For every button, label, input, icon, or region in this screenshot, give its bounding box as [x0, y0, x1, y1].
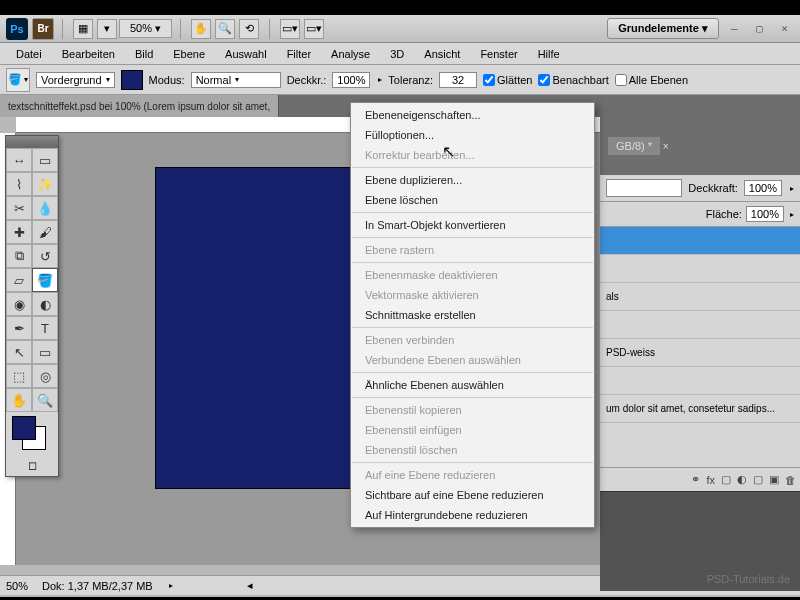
eyedropper-tool[interactable]: 💧 — [32, 196, 58, 220]
doc-tab-1[interactable]: textschnitteffekt.psd bei 100% (Lorem ip… — [0, 95, 279, 117]
link-layers-icon[interactable]: ⚭ — [691, 473, 700, 486]
menu-bild[interactable]: Bild — [125, 45, 163, 63]
menu-auswahl[interactable]: Auswahl — [215, 45, 277, 63]
mode-label: Modus: — [149, 74, 185, 86]
shape-tool[interactable]: ▭ — [32, 340, 58, 364]
brush-tool[interactable]: 🖌 — [32, 220, 58, 244]
fill-swatch[interactable] — [121, 70, 143, 90]
titlebar: Ps Br ▦ ▾ 50% ▾ ✋ 🔍 ⟲ ▭▾ ▭▾ Grundelement… — [0, 15, 800, 43]
navigator-panel-head[interactable]: GB/8) * × — [600, 117, 800, 175]
wand-tool[interactable]: ✨ — [32, 172, 58, 196]
menu-ansicht[interactable]: Ansicht — [414, 45, 470, 63]
layers-mode-dropdown[interactable] — [606, 179, 682, 197]
folder-icon[interactable]: ▢ — [753, 473, 763, 486]
menu-fenster[interactable]: Fenster — [470, 45, 527, 63]
context-menu-item: Ebenenstil kopieren — [351, 400, 594, 420]
context-menu-item: Vektormaske aktivieren — [351, 285, 594, 305]
layers-opacity-input[interactable]: 100% — [744, 180, 782, 196]
menu-bearbeiten[interactable]: Bearbeiten — [52, 45, 125, 63]
blend-mode-dropdown[interactable]: Normal — [191, 72, 281, 88]
3d-camera-tool[interactable]: ◎ — [32, 364, 58, 388]
marquee-tool[interactable]: ▭ — [32, 148, 58, 172]
doc-tab-2[interactable]: GB/8) * — [608, 137, 660, 155]
view-grid-icon[interactable]: ▦ — [73, 19, 93, 39]
context-menu-item[interactable]: Schnittmaske erstellen — [351, 305, 594, 325]
contiguous-checkbox[interactable]: Benachbart — [538, 74, 608, 86]
all-layers-checkbox[interactable]: Alle Ebenen — [615, 74, 688, 86]
layer-row[interactable] — [600, 311, 800, 339]
pen-tool[interactable]: ✒ — [6, 316, 32, 340]
quickmask-toggle[interactable]: ◻ — [6, 454, 58, 476]
blur-tool[interactable]: ◉ — [6, 292, 32, 316]
trash-icon[interactable]: 🗑 — [785, 474, 796, 486]
color-swatches — [6, 412, 58, 454]
antialias-checkbox[interactable]: Glätten — [483, 74, 532, 86]
layer-row[interactable] — [600, 367, 800, 395]
context-menu-item: Ebene rastern — [351, 240, 594, 260]
zoom-tool-icon[interactable]: 🔍 — [215, 19, 235, 39]
3d-tool[interactable]: ⬚ — [6, 364, 32, 388]
context-menu-item[interactable]: Ebeneneigenschaften... — [351, 105, 594, 125]
zoom-tool[interactable]: 🔍 — [32, 388, 58, 412]
foreground-color[interactable] — [12, 416, 36, 440]
fill-target-dropdown[interactable]: Vordergrund — [36, 72, 115, 88]
context-menu-item: Ebenenmaske deaktivieren — [351, 265, 594, 285]
context-menu-item[interactable]: Ebene löschen — [351, 190, 594, 210]
active-tool-icon[interactable]: 🪣▾ — [6, 68, 30, 92]
context-menu-item[interactable]: Auf Hintergrundebene reduzieren — [351, 505, 594, 525]
status-docsize: Dok: 1,37 MB/2,37 MB — [42, 580, 153, 592]
dodge-tool[interactable]: ◐ — [32, 292, 58, 316]
extras-icon[interactable]: ▾ — [97, 19, 117, 39]
menu-filter[interactable]: Filter — [277, 45, 321, 63]
crop-tool[interactable]: ✂ — [6, 196, 32, 220]
context-menu-item[interactable]: Fülloptionen... — [351, 125, 594, 145]
zoom-display[interactable]: 50% ▾ — [119, 19, 172, 38]
move-tool[interactable]: ↔ — [6, 148, 32, 172]
eraser-tool[interactable]: ▱ — [6, 268, 32, 292]
layers-list: als PSD-weiss um dolor sit amet, consete… — [600, 227, 800, 467]
mask-icon[interactable]: ▢ — [721, 473, 731, 486]
ps-app-icon: Ps — [6, 18, 28, 40]
layer-row[interactable]: um dolor sit amet, consetetur sadips... — [600, 395, 800, 423]
context-menu-item[interactable]: Ähnliche Ebenen auswählen — [351, 375, 594, 395]
heal-tool[interactable]: ✚ — [6, 220, 32, 244]
arrange-docs-icon[interactable]: ▭▾ — [280, 19, 300, 39]
layer-row[interactable]: PSD-weiss — [600, 339, 800, 367]
layer-row[interactable] — [600, 227, 800, 255]
tolerance-label: Toleranz: — [388, 74, 433, 86]
lasso-tool[interactable]: ⌇ — [6, 172, 32, 196]
bucket-tool[interactable]: 🪣 — [32, 268, 58, 292]
screen-mode-icon[interactable]: ▭▾ — [304, 19, 324, 39]
rotate-view-icon[interactable]: ⟲ — [239, 19, 259, 39]
tolerance-input[interactable]: 32 — [439, 72, 477, 88]
new-layer-icon[interactable]: ▣ — [769, 473, 779, 486]
menu-3d[interactable]: 3D — [380, 45, 414, 63]
layers-fill-input[interactable]: 100% — [746, 206, 784, 222]
window-controls[interactable]: – ▢ × — [731, 22, 794, 35]
context-menu-item[interactable]: Sichtbare auf eine Ebene reduzieren — [351, 485, 594, 505]
menu-hilfe[interactable]: Hilfe — [528, 45, 570, 63]
layers-fill-label: Fläche: — [706, 208, 742, 220]
hand-tool-icon[interactable]: ✋ — [191, 19, 211, 39]
history-brush-tool[interactable]: ↺ — [32, 244, 58, 268]
context-menu-item[interactable]: Ebene duplizieren... — [351, 170, 594, 190]
bridge-icon[interactable]: Br — [32, 18, 54, 40]
fx-icon[interactable]: fx — [706, 474, 715, 486]
path-select-tool[interactable]: ↖ — [6, 340, 32, 364]
context-menu-item[interactable]: In Smart-Objekt konvertieren — [351, 215, 594, 235]
layer-row[interactable]: als — [600, 283, 800, 311]
workspace-switcher[interactable]: Grundelemente ▾ — [607, 18, 719, 39]
type-tool[interactable]: T — [32, 316, 58, 340]
opacity-input[interactable]: 100% — [332, 72, 370, 88]
status-zoom[interactable]: 50% — [6, 580, 28, 592]
adjustment-icon[interactable]: ◐ — [737, 473, 747, 486]
menu-analyse[interactable]: Analyse — [321, 45, 380, 63]
stamp-tool[interactable]: ⧉ — [6, 244, 32, 268]
hand-tool[interactable]: ✋ — [6, 388, 32, 412]
layer-row[interactable] — [600, 255, 800, 283]
layer-context-menu: Ebeneneigenschaften...Fülloptionen...Kor… — [350, 102, 595, 528]
options-bar: 🪣▾ Vordergrund Modus: Normal Deckkr.: 10… — [0, 65, 800, 95]
toolbox-grip[interactable] — [6, 136, 58, 148]
menu-ebene[interactable]: Ebene — [163, 45, 215, 63]
menu-datei[interactable]: Datei — [6, 45, 52, 63]
